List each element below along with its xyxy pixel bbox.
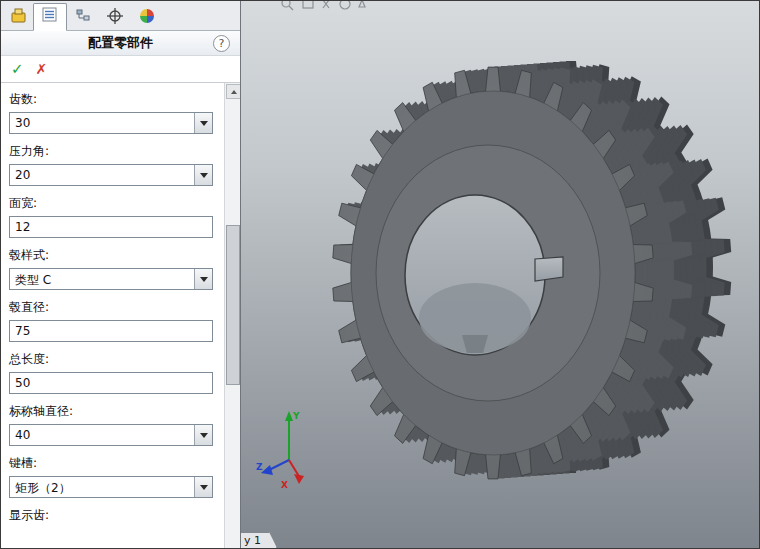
triad-y-label: Y: [292, 411, 300, 421]
face-width-label: 面宽:: [9, 195, 213, 212]
keyway-value: 矩形（2）: [10, 477, 194, 497]
orientation-triad: Y Z X: [255, 408, 325, 493]
nominal-shaft-diameter-label: 标称轴直径:: [9, 403, 213, 420]
solidworks-window: 配置零部件 ? ✓ ✗ 齿数:30压力角:20面宽:毂样式:类型 C毂直径:总长…: [0, 0, 760, 549]
hub-style-label: 毂样式:: [9, 247, 213, 264]
panel-title: 配置零部件: [88, 34, 153, 52]
nominal-shaft-diameter-value: 40: [10, 425, 194, 445]
triad-z-label: Z: [256, 462, 263, 472]
cancel-button[interactable]: ✗: [36, 61, 48, 77]
parameter-form-area: 齿数:30压力角:20面宽:毂样式:类型 C毂直径:总长度:标称轴直径:40键槽…: [1, 83, 240, 548]
pressure-angle-dropdown[interactable]: 20: [9, 164, 213, 186]
pressure-angle-field: 压力角:20: [9, 143, 213, 186]
crosshair-tab-icon: [106, 7, 124, 29]
graphics-viewport[interactable]: Y Z X y 1: [241, 1, 759, 548]
tree-tab-icon: [74, 7, 92, 29]
tab-dimxpert[interactable]: [99, 5, 131, 31]
tab-configurations[interactable]: [67, 5, 99, 31]
panel-title-bar: 配置零部件 ?: [1, 31, 240, 56]
keyway-dropdown[interactable]: 矩形（2）: [9, 476, 213, 498]
component-icon: [5, 3, 33, 29]
hub-diameter-label: 毂直径:: [9, 299, 213, 316]
dropdown-arrow-icon[interactable]: [194, 477, 212, 497]
tab-display-manager[interactable]: [131, 5, 163, 31]
face-width-input[interactable]: [9, 216, 213, 238]
triad-x-label: X: [281, 480, 288, 490]
list-tab-icon: [41, 6, 59, 28]
hub-style-value: 类型 C: [10, 269, 194, 289]
teeth-count-field: 齿数:30: [9, 91, 213, 134]
tab-property-manager[interactable]: [33, 3, 67, 31]
hub-diameter-input[interactable]: [9, 320, 213, 342]
keyway-notch: [535, 257, 563, 281]
pressure-angle-label: 压力角:: [9, 143, 213, 160]
nominal-shaft-diameter-dropdown[interactable]: 40: [9, 424, 213, 446]
face-width-field: 面宽:: [9, 195, 213, 238]
overall-length-label: 总长度:: [9, 351, 213, 368]
help-icon[interactable]: ?: [213, 35, 230, 52]
hub-diameter-field: 毂直径:: [9, 299, 213, 342]
parameter-form: 齿数:30压力角:20面宽:毂样式:类型 C毂直径:总长度:标称轴直径:40键槽…: [9, 91, 213, 533]
scrollbar-up-arrow[interactable]: [226, 84, 240, 99]
keyway-label: 键槽:: [9, 455, 213, 472]
panel-actions: ✓ ✗: [1, 56, 240, 83]
show-teeth-label: 显示齿:: [9, 507, 213, 524]
overall-length-field: 总长度:: [9, 351, 213, 394]
dropdown-arrow-icon[interactable]: [194, 425, 212, 445]
scrollbar-thumb[interactable]: [226, 225, 240, 385]
panel-scrollbar[interactable]: [224, 83, 240, 548]
property-manager-panel: 配置零部件 ? ✓ ✗ 齿数:30压力角:20面宽:毂样式:类型 C毂直径:总长…: [1, 1, 241, 548]
colors-tab-icon: [138, 7, 156, 29]
dropdown-arrow-icon[interactable]: [194, 269, 212, 289]
hub-style-dropdown[interactable]: 类型 C: [9, 268, 213, 290]
hub-style-field: 毂样式:类型 C: [9, 247, 213, 290]
keyway-field: 键槽:矩形（2）: [9, 455, 213, 498]
teeth-count-value: 30: [10, 113, 194, 133]
teeth-count-dropdown[interactable]: 30: [9, 112, 213, 134]
show-teeth-field: 显示齿:: [9, 507, 213, 524]
ok-button[interactable]: ✓: [11, 60, 24, 78]
pressure-angle-value: 20: [10, 165, 194, 185]
overall-length-input[interactable]: [9, 372, 213, 394]
teeth-count-label: 齿数:: [9, 91, 213, 108]
panel-tab-bar: [1, 1, 240, 31]
dropdown-arrow-icon[interactable]: [194, 165, 212, 185]
dropdown-arrow-icon[interactable]: [194, 113, 212, 133]
nominal-shaft-diameter-field: 标称轴直径:40: [9, 403, 213, 446]
